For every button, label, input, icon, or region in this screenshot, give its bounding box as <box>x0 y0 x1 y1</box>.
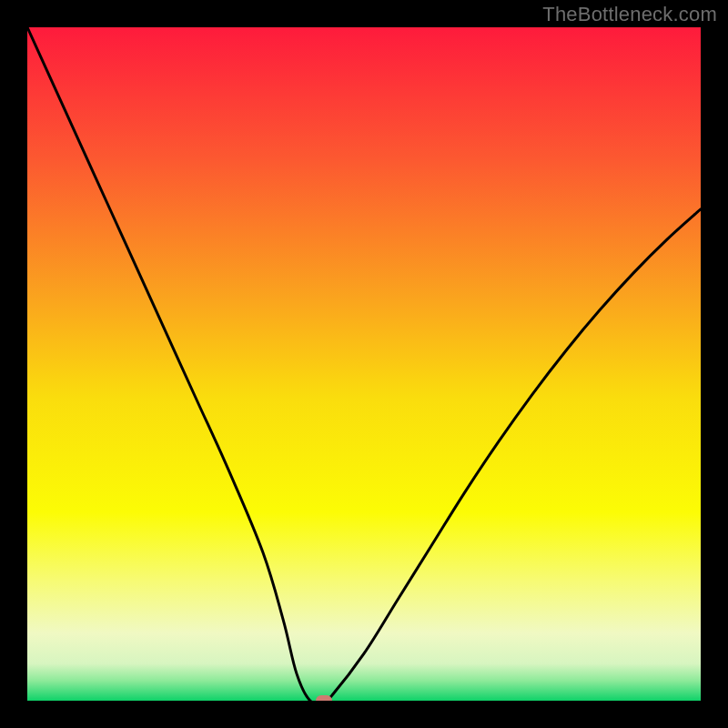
optimal-point-marker <box>316 695 332 701</box>
gradient-background <box>27 27 701 701</box>
watermark-text: TheBottleneck.com <box>542 3 717 26</box>
chart-canvas <box>27 27 701 701</box>
plot-area <box>27 27 701 701</box>
chart-frame: TheBottleneck.com <box>0 0 728 728</box>
